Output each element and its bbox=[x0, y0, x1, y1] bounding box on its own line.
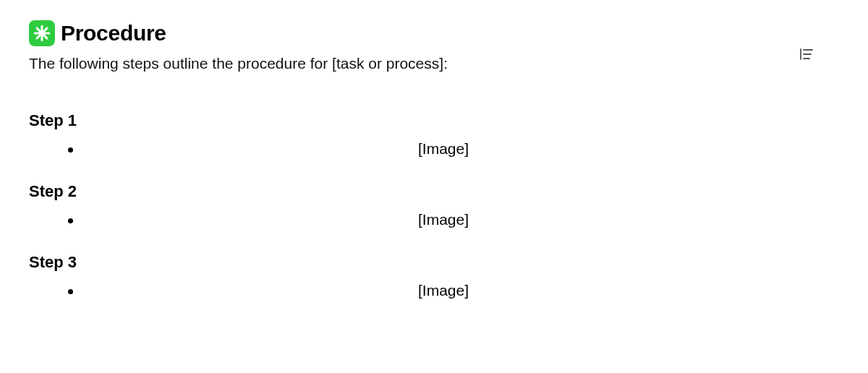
step-row: [Image] bbox=[29, 211, 839, 228]
intro-paragraph[interactable]: The following steps outline the procedur… bbox=[29, 55, 839, 72]
image-placeholder[interactable]: [Image] bbox=[418, 282, 469, 299]
section-heading-row: Procedure bbox=[29, 20, 839, 46]
outline-toggle-icon bbox=[800, 48, 813, 60]
outline-toggle-button[interactable] bbox=[799, 46, 814, 62]
step-row: [Image] bbox=[29, 282, 839, 299]
step-block: Step 3 [Image] bbox=[29, 253, 839, 299]
image-placeholder[interactable]: [Image] bbox=[418, 211, 469, 228]
bullet[interactable] bbox=[29, 283, 116, 298]
section-title[interactable]: Procedure bbox=[61, 21, 166, 46]
step-block: Step 1 [Image] bbox=[29, 111, 839, 158]
bullet[interactable] bbox=[29, 142, 116, 156]
step-title[interactable]: Step 3 bbox=[29, 253, 839, 272]
step-title[interactable]: Step 2 bbox=[29, 182, 839, 201]
step-row: [Image] bbox=[29, 140, 839, 158]
step-title[interactable]: Step 1 bbox=[29, 111, 839, 130]
image-placeholder[interactable]: [Image] bbox=[418, 140, 469, 158]
step-block: Step 2 [Image] bbox=[29, 182, 839, 228]
bullet[interactable] bbox=[29, 213, 116, 227]
asterisk-badge-icon bbox=[29, 20, 55, 46]
